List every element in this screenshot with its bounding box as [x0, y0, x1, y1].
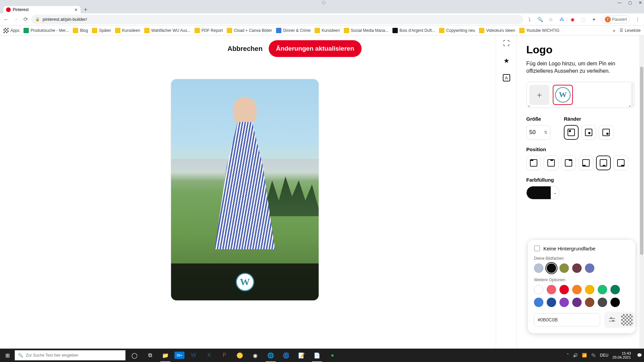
palette-color-swatch[interactable] — [585, 298, 594, 307]
position-bottom-center[interactable] — [596, 156, 611, 170]
image-color-swatch[interactable] — [547, 263, 556, 273]
notepad2-icon[interactable]: 📄 — [311, 349, 323, 362]
rail-logo-icon[interactable]: ★ — [503, 57, 509, 65]
cortana-icon[interactable]: ⧉ — [144, 349, 156, 362]
start-button[interactable]: ⊞ — [0, 349, 15, 362]
rail-text-icon[interactable]: A — [503, 74, 510, 81]
window-minimize[interactable]: — — [618, 0, 622, 5]
image-color-swatch[interactable] — [534, 263, 543, 273]
tray-wifi-icon[interactable]: 📶 — [582, 353, 587, 358]
nav-back-icon[interactable]: ← — [3, 16, 9, 22]
logo-scrollbar[interactable] — [631, 83, 634, 107]
palette-color-swatch[interactable] — [547, 285, 556, 294]
bookmark-item[interactable]: Cload + Canva Bilder — [227, 28, 272, 33]
bookmark-star-icon[interactable]: ☆ — [548, 16, 554, 22]
bookmark-overflow-icon[interactable]: » — [613, 28, 615, 33]
position-top-center[interactable] — [544, 156, 558, 170]
powerpoint-icon[interactable]: P — [218, 349, 231, 362]
word-icon[interactable]: W — [187, 349, 200, 362]
edge-icon[interactable]: 🌀 — [280, 349, 292, 362]
palette-color-swatch[interactable] — [610, 285, 620, 294]
add-logo-button[interactable]: ＋ — [529, 85, 549, 105]
chrome-icon[interactable]: 🌐 — [264, 349, 277, 362]
new-tab-button[interactable]: + — [84, 6, 88, 13]
app-icon[interactable]: 🟡 — [233, 349, 246, 362]
reading-list[interactable]: ☰ Leseliste — [620, 28, 641, 33]
bookmark-item[interactable]: Wahlfächer WU Aus... — [144, 28, 191, 33]
bookmark-item[interactable]: Produktsuche - Mer... — [23, 28, 69, 33]
palette-color-swatch[interactable] — [534, 285, 543, 294]
image-color-swatch[interactable] — [585, 263, 594, 273]
color-picker-tool[interactable] — [621, 314, 633, 326]
palette-color-swatch[interactable] — [572, 298, 582, 307]
excel-icon[interactable]: X — [203, 349, 215, 362]
pinterest-ext-icon[interactable]: ◉ — [570, 16, 576, 22]
tray-chevron-icon[interactable]: ˄ — [567, 353, 569, 358]
tray-notifications-icon[interactable]: 💬 — [637, 353, 642, 358]
border-option-3[interactable] — [599, 125, 613, 140]
cancel-button[interactable]: Abbrechen — [227, 45, 262, 53]
pin-preview[interactable]: W — [171, 79, 319, 300]
qr-icon[interactable]: ⁂ — [559, 16, 565, 22]
palette-color-swatch[interactable] — [534, 298, 543, 307]
bookmark-item[interactable]: Kursideen — [115, 28, 140, 33]
zoom-icon[interactable]: 🔍 — [537, 16, 543, 22]
scroll-left-icon[interactable]: ◂ — [528, 104, 530, 108]
notepad-icon[interactable]: 📝 — [295, 349, 308, 362]
bookmark-item[interactable]: Später — [92, 28, 111, 33]
palette-color-swatch[interactable] — [559, 298, 569, 307]
rail-crop-icon[interactable]: ⛶ — [503, 40, 510, 47]
image-color-swatch[interactable] — [572, 263, 582, 273]
image-color-swatch[interactable] — [559, 263, 569, 273]
bookmark-apps[interactable]: Apps — [3, 28, 19, 33]
position-bottom-right[interactable] — [613, 156, 628, 170]
obs-icon[interactable]: ◉ — [249, 349, 262, 362]
extensions-icon[interactable]: ✦ — [591, 16, 597, 22]
palette-color-swatch[interactable] — [598, 285, 607, 294]
ext-disabled-icon[interactable]: ◌ — [580, 16, 586, 22]
border-option-1[interactable] — [564, 125, 579, 140]
task-view-icon[interactable]: ◯ — [128, 349, 141, 362]
fill-color-dropdown[interactable]: ⌄ — [526, 186, 560, 199]
profile-chip[interactable]: T Pausiert — [602, 15, 630, 23]
tray-volume-icon[interactable]: 🔊 — [573, 353, 578, 358]
taskbar-search[interactable]: 🔍 Zur Suche Text hier eingeben — [15, 350, 125, 360]
nav-forward-icon[interactable]: → — [13, 16, 19, 22]
tab-close-icon[interactable]: ✕ — [74, 7, 78, 12]
browser-tab[interactable]: Pinterest ✕ — [3, 6, 80, 13]
size-stepper-icon[interactable]: ⇅ — [544, 130, 547, 135]
color-slider-tool[interactable] — [606, 314, 618, 326]
spotify-icon[interactable]: ● — [326, 349, 339, 362]
bookmark-item[interactable]: Videokurs Ideen — [479, 28, 515, 33]
bookmark-item[interactable]: Bois d'Argent Duft... — [392, 28, 435, 33]
position-top-right[interactable] — [561, 156, 576, 170]
bookmark-item[interactable]: Blog — [73, 28, 88, 33]
bookmark-item[interactable]: Kursideen — [315, 28, 340, 33]
window-close[interactable]: ✕ — [639, 0, 642, 5]
logo-thumbnail-selected[interactable]: W — [553, 85, 573, 105]
size-input[interactable]: 50 ⇅ — [526, 125, 550, 140]
update-button[interactable]: Änderungen aktualisieren — [269, 40, 362, 57]
palette-color-swatch[interactable] — [610, 298, 620, 307]
window-maximize[interactable]: ▢ — [628, 0, 632, 5]
bookmark-item[interactable]: PDF Report — [195, 28, 223, 33]
border-option-2[interactable] — [581, 125, 596, 140]
palette-color-swatch[interactable] — [585, 285, 594, 294]
position-top-left[interactable] — [526, 156, 541, 170]
tray-lang[interactable]: DEU — [600, 353, 608, 358]
bookmark-item[interactable]: Social Media Mana... — [344, 28, 388, 33]
explorer-icon[interactable]: 📁 — [159, 349, 172, 362]
palette-color-swatch[interactable] — [598, 298, 607, 307]
bookmark-item[interactable]: Dinner & Crime — [276, 28, 311, 33]
scroll-right-icon[interactable]: ▸ — [629, 104, 631, 108]
chrome-menu-icon[interactable]: ⋮ — [635, 16, 641, 22]
tray-battery-icon[interactable]: 🔌 — [591, 353, 596, 358]
install-app-icon[interactable]: ⤵ — [527, 16, 533, 22]
no-bg-checkbox[interactable] — [534, 245, 540, 251]
mail-icon[interactable]: 99+ — [174, 352, 184, 359]
tray-clock[interactable]: 15:43 29.04.2021 — [612, 351, 633, 359]
palette-color-swatch[interactable] — [547, 298, 556, 307]
palette-color-swatch[interactable] — [572, 285, 582, 294]
bookmark-item[interactable]: Copywriting neu — [439, 28, 475, 33]
hex-input[interactable] — [534, 313, 600, 326]
